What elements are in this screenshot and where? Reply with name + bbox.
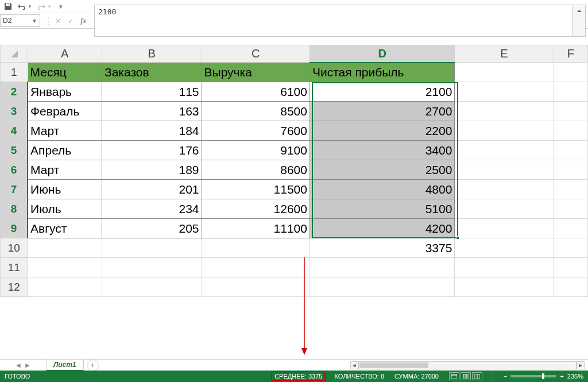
cell[interactable] [455,258,554,277]
cell[interactable] [310,258,454,277]
cell[interactable]: Чистая прибыль [310,63,454,82]
formula-collapse-icon[interactable] [573,5,586,37]
cell[interactable] [554,160,587,180]
cell[interactable]: Выручка [202,63,310,82]
cell[interactable] [455,121,554,141]
row-header[interactable]: 12 [1,277,28,297]
cell[interactable] [554,82,587,102]
cell[interactable] [455,63,554,82]
cell[interactable]: 201 [102,180,202,199]
cell[interactable]: 2500 [310,160,454,180]
cell[interactable]: 184 [102,121,202,141]
cell[interactable]: 11500 [202,180,310,199]
hscroll-right-icon[interactable]: ► [577,361,585,369]
cell[interactable] [102,238,202,258]
cell[interactable] [554,141,587,160]
cell[interactable] [554,180,587,199]
row-header[interactable]: 2 [1,82,28,102]
cell[interactable]: 5100 [310,199,454,219]
cell[interactable] [455,160,554,180]
cell[interactable] [28,258,102,277]
cell[interactable]: 8600 [202,160,310,180]
cell[interactable] [554,102,587,121]
zoom-out-icon[interactable]: − [504,373,507,380]
cell[interactable] [310,277,454,297]
col-header-A[interactable]: A [28,45,102,63]
row-header[interactable]: 10 [1,238,28,258]
view-normal-icon[interactable] [449,372,459,380]
col-header-B[interactable]: B [102,45,202,63]
cell[interactable]: 6100 [202,82,310,102]
cell[interactable]: 163 [102,102,202,121]
cell[interactable]: Апрель [28,141,102,160]
cell[interactable] [455,102,554,121]
add-sheet-icon[interactable]: + [87,360,99,371]
cell[interactable]: 176 [102,141,202,160]
col-header-D[interactable]: D [310,45,454,63]
cell[interactable] [554,258,587,277]
hscroll-left-icon[interactable]: ◄ [350,361,358,369]
cell[interactable]: 11100 [202,219,310,238]
row-header[interactable]: 8 [1,199,28,219]
cell[interactable]: Июль [28,199,102,219]
view-page-break-icon[interactable] [472,372,482,380]
cancel-icon[interactable]: ✕ [53,16,63,26]
col-header-C[interactable]: C [202,45,310,63]
cell[interactable] [455,219,554,238]
undo-dropdown-icon[interactable]: ▼ [28,4,32,9]
fx-icon[interactable]: fx [78,16,88,26]
name-box[interactable]: D2 ▼ [0,14,40,27]
view-page-layout-icon[interactable] [461,372,471,380]
row-header[interactable]: 11 [1,258,28,277]
cell[interactable] [455,238,554,258]
col-header-E[interactable]: E [455,45,554,63]
zoom-thumb[interactable] [542,373,544,379]
fill-handle[interactable] [456,236,459,240]
cell[interactable] [554,121,587,141]
formula-input[interactable] [94,5,573,37]
redo-icon[interactable] [37,2,46,11]
cell[interactable]: Февраль [28,102,102,121]
tab-nav[interactable]: ◄ ► [0,361,46,369]
cell[interactable]: 8500 [202,102,310,121]
cell[interactable]: Август [28,219,102,238]
cell[interactable] [554,238,587,258]
cell-active[interactable]: 2100 [310,82,454,102]
cell[interactable]: Месяц [28,63,102,82]
cell[interactable] [455,180,554,199]
cell[interactable] [554,199,587,219]
row-header[interactable]: 1 [1,63,28,82]
cell[interactable]: 4200 [310,219,454,238]
cell[interactable] [455,277,554,297]
cell[interactable]: 205 [102,219,202,238]
cell[interactable] [202,277,310,297]
hscroll-track[interactable] [358,361,577,369]
cell[interactable]: 189 [102,160,202,180]
cell[interactable]: 234 [102,199,202,219]
hscroll-thumb[interactable] [359,362,428,368]
tab-prev-icon[interactable]: ◄ [15,361,22,369]
cell[interactable]: 115 [102,82,202,102]
cell[interactable] [554,277,587,297]
save-icon[interactable] [3,2,13,11]
cell[interactable]: 3375 [310,238,454,258]
row-header[interactable]: 9 [1,219,28,238]
cell[interactable] [102,277,202,297]
cell[interactable] [202,258,310,277]
enter-icon[interactable]: ✓ [65,16,76,26]
cell[interactable]: 4800 [310,180,454,199]
name-box-dropdown-icon[interactable]: ▼ [32,18,37,24]
row-header[interactable]: 3 [1,102,28,121]
select-all-corner[interactable] [1,45,28,63]
row-header[interactable]: 6 [1,160,28,180]
cell[interactable] [28,277,102,297]
cell[interactable] [455,82,554,102]
undo-icon[interactable] [17,2,26,11]
qat-customize-icon[interactable]: ▾ [56,2,65,11]
spreadsheet-grid[interactable]: A B C D E F 1 Месяц Заказов Выручка Чист… [0,45,588,359]
cell[interactable]: Январь [28,82,102,102]
cell[interactable] [102,258,202,277]
cell[interactable] [554,63,587,82]
cell[interactable]: Заказов [102,63,202,82]
zoom-in-icon[interactable]: + [560,373,563,380]
